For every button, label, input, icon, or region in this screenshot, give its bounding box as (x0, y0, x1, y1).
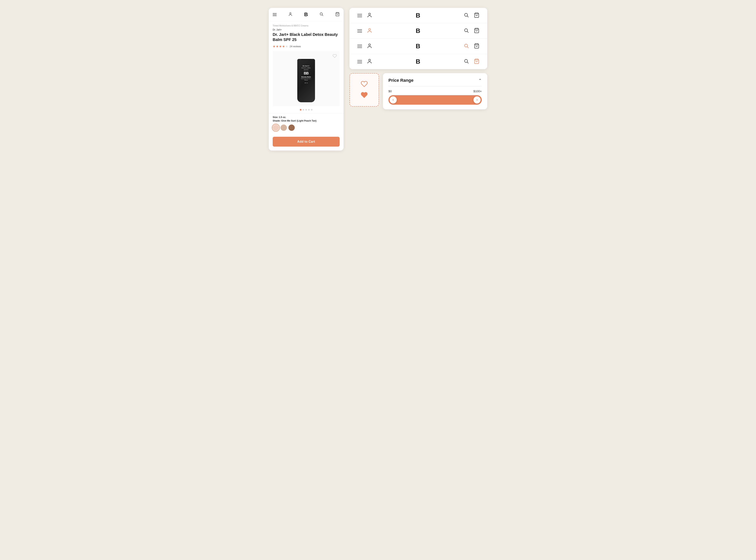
nav-left-2 (357, 28, 372, 34)
cart-icon-2[interactable] (474, 28, 479, 34)
nav-bar-1: B (350, 8, 487, 23)
hamburger-icon-2[interactable] (357, 29, 362, 33)
hamburger-icon-1[interactable] (357, 14, 362, 17)
brand-name: Dr. Jart+ (273, 28, 340, 31)
swatch-2[interactable] (280, 124, 287, 131)
slider-thumb-left[interactable] (389, 96, 397, 104)
hamburger-icon-4[interactable] (357, 60, 362, 63)
user-icon-4[interactable] (367, 59, 372, 65)
brand-logo: B (304, 12, 308, 18)
chevron-up-icon[interactable]: ⌃ (478, 78, 482, 83)
svg-line-2 (322, 15, 323, 16)
star-4: ★ (282, 44, 285, 48)
add-to-cart-button[interactable]: Add to Cart (273, 137, 340, 146)
search-icon-4[interactable] (464, 59, 469, 65)
hamburger-menu-icon[interactable] (273, 13, 277, 16)
wishlist-button[interactable] (332, 53, 338, 60)
nav-logo-3: B (416, 43, 420, 50)
nav-logo-4: B (416, 58, 420, 65)
nav-right-1 (464, 13, 479, 19)
dot-3[interactable] (306, 109, 307, 111)
nav-bar-4: B (350, 54, 487, 69)
hamburger-icon-3[interactable] (357, 45, 362, 48)
shade-info: Shade: Give Me Sun! (Light Peach Tan) (273, 119, 340, 122)
svg-point-12 (369, 44, 370, 45)
svg-point-5 (465, 13, 467, 16)
price-min-label: $0 (388, 89, 392, 93)
slider-thumb-right[interactable] (473, 96, 481, 104)
heart-filled-icon (361, 92, 368, 99)
svg-point-13 (465, 44, 467, 47)
user-icon-1[interactable] (367, 13, 372, 19)
nav-left-1 (357, 13, 372, 19)
size-info: Size: 1.5 oz. (273, 116, 340, 119)
cart-icon-4[interactable] (474, 59, 479, 65)
nav-right-3 (464, 43, 479, 49)
right-panel: B (350, 8, 487, 109)
nav-right-4 (464, 59, 479, 65)
search-icon[interactable] (319, 12, 324, 17)
price-max-label: $100+ (474, 89, 482, 93)
svg-line-6 (467, 16, 468, 17)
product-details: Size: 1.5 oz. Shade: Give Me Sun! (Light… (269, 113, 343, 137)
nav-logo-2: B (416, 27, 420, 35)
dot-4[interactable] (308, 109, 310, 111)
nav-left-4 (357, 59, 372, 65)
svg-line-18 (467, 62, 468, 63)
price-labels: $0 $100+ (388, 89, 482, 93)
nav-bar-2: B (350, 23, 487, 39)
cart-icon-3[interactable] (474, 43, 479, 49)
nav-bar-3: B (350, 39, 487, 54)
rating-row: ★ ★ ★ ★ ★ 24 reviews (273, 44, 340, 48)
star-2: ★ (276, 44, 278, 48)
nav-bars-section: B (350, 8, 487, 69)
product-image: DrJart+ BLACK LABEL DETOX BB Beauty Balm… (297, 59, 315, 102)
search-icon-2[interactable] (464, 28, 469, 34)
heart-outline-icon (361, 80, 368, 88)
user-icon-2[interactable] (367, 28, 372, 34)
swatch-1[interactable] (273, 124, 279, 131)
price-range-section: Price Range ⌃ $0 $100+ (383, 73, 487, 109)
svg-point-17 (465, 59, 467, 62)
star-5: ★ (285, 44, 288, 48)
svg-line-10 (467, 31, 468, 33)
dot-5[interactable] (311, 109, 312, 111)
bottom-section: Price Range ⌃ $0 $100+ (350, 73, 487, 109)
star-1: ★ (273, 44, 275, 48)
search-icon-1[interactable] (464, 13, 469, 19)
swatch-3[interactable] (289, 124, 295, 131)
wishlist-card (350, 73, 379, 106)
search-icon-3[interactable] (464, 43, 469, 49)
svg-point-8 (369, 28, 370, 30)
user-icon-3[interactable] (367, 43, 372, 49)
svg-point-1 (320, 13, 322, 15)
dot-2[interactable] (302, 109, 304, 111)
shade-swatches (273, 124, 340, 131)
svg-point-9 (465, 28, 467, 32)
product-card: B Tinted Moisturizers & BB/CC Creams Dr.… (269, 8, 343, 151)
card-body: Tinted Moisturizers & BB/CC Creams Dr. J… (269, 21, 343, 113)
carousel-dots (273, 106, 340, 113)
svg-point-0 (290, 13, 291, 14)
price-range-title: Price Range (388, 78, 414, 83)
nav-logo-1: B (416, 12, 420, 19)
star-rating: ★ ★ ★ ★ ★ (273, 44, 288, 48)
svg-line-14 (467, 47, 468, 48)
breadcrumb: Tinted Moisturizers & BB/CC Creams (273, 24, 340, 27)
price-slider[interactable] (388, 95, 482, 105)
svg-point-16 (369, 59, 370, 61)
star-3: ★ (279, 44, 282, 48)
nav-right-2 (464, 28, 479, 34)
cart-icon-1[interactable] (474, 13, 479, 19)
nav-left-3 (357, 43, 372, 49)
cart-icon[interactable] (335, 12, 340, 17)
product-title: Dr. Jart+ Black Label Detox Beauty Balm … (273, 32, 340, 42)
review-count: 24 reviews (290, 45, 301, 48)
product-image-container: DrJart+ BLACK LABEL DETOX BB Beauty Balm… (273, 51, 340, 106)
card-header: B (269, 8, 343, 21)
dot-1[interactable] (300, 109, 301, 111)
user-icon[interactable] (288, 12, 293, 17)
svg-point-4 (369, 13, 370, 15)
price-range-header: Price Range ⌃ (388, 78, 482, 86)
